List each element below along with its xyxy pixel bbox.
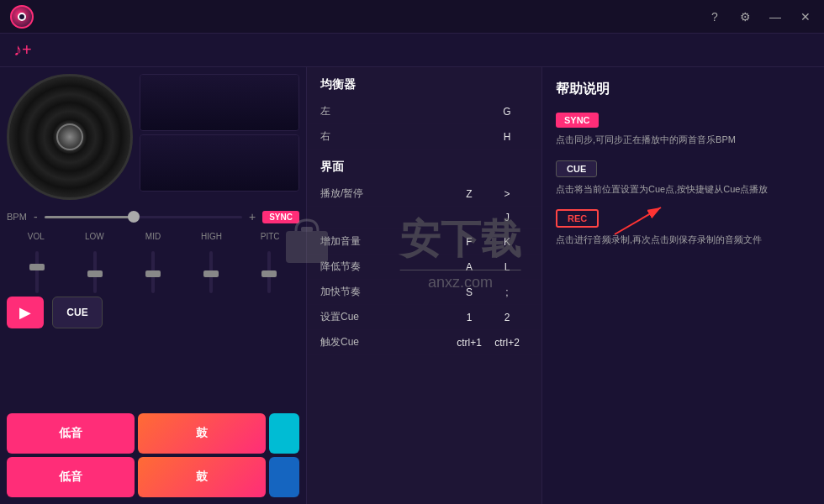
close-button[interactable]: ✕	[797, 8, 814, 25]
waveform-top	[140, 74, 299, 131]
title-bar-right: ? ⚙ — ✕	[706, 8, 814, 25]
vinyl-row	[7, 74, 299, 200]
bass-button-2[interactable]: 低音	[7, 457, 135, 497]
faders-row	[7, 243, 299, 293]
app-logo	[10, 5, 34, 29]
title-bar: ? ⚙ — ✕	[0, 0, 824, 34]
settings-button[interactable]: ⚙	[737, 8, 753, 25]
shortcut-key-slow-2: L	[486, 261, 528, 273]
shortcut-key-vol-1: F	[452, 236, 486, 248]
fader-thumb-pitc[interactable]	[261, 270, 277, 277]
cue-button[interactable]: CUE	[52, 297, 103, 328]
fader-thumb-high[interactable]	[203, 270, 219, 277]
fader-labels: VOL LOW MID HIGH PITC	[7, 230, 299, 243]
drum-button-2[interactable]: 鼓	[138, 457, 266, 497]
sync-badge[interactable]: SYNC	[262, 211, 299, 223]
fader-vol	[35, 251, 39, 293]
minimize-button[interactable]: —	[767, 8, 784, 25]
rec-help-badge[interactable]: REC	[556, 209, 599, 228]
shortcut-row-play: 播放/暂停 Z >	[307, 181, 541, 207]
shortcut-key-right-2: H	[486, 131, 528, 143]
shortcut-name-slow: 降低节奏	[320, 260, 452, 274]
waveform-area	[140, 74, 299, 200]
shortcut-row-setcue: 设置Cue 1 2	[307, 305, 541, 330]
shortcut-key-setcue-2: 2	[486, 312, 528, 323]
shortcut-key-play-1: Z	[452, 188, 486, 200]
shortcut-key-slow-1: A	[452, 261, 486, 273]
play-button[interactable]: ▶	[7, 297, 44, 328]
waveform-top-inner	[140, 75, 298, 130]
fader-label-vol: VOL	[19, 232, 53, 241]
shortcut-name-setcue: 设置Cue	[320, 310, 452, 324]
fader-pitc	[267, 251, 271, 293]
help-panel: 帮助说明 SYNC 点击同步,可同步正在播放中的两首音乐BPM CUE 点击将当…	[542, 67, 824, 504]
help-item-cue: CUE 点击将当前位置设置为Cue点,按快捷键从Cue点播放	[556, 160, 811, 197]
shortcut-row-right: 右 H	[307, 124, 541, 150]
sync-help-text: 点击同步,可同步正在播放中的两首音乐BPM	[556, 133, 811, 147]
shortcut-row-vol: 增加音量 F K	[307, 229, 541, 255]
blue-button-2[interactable]	[269, 457, 299, 497]
bass-button-1[interactable]: 低音	[7, 413, 135, 454]
blue-button-1[interactable]	[269, 413, 299, 454]
shortcut-key-fast-2: ;	[486, 286, 528, 298]
fader-label-mid: MID	[136, 232, 170, 241]
help-item-sync: SYNC 点击同步,可同步正在播放中的两首音乐BPM	[556, 112, 811, 147]
cue-help-text: 点击将当前位置设置为Cue点,按快捷键从Cue点播放	[556, 182, 811, 197]
shortcut-key-left-2: G	[486, 106, 528, 118]
bpm-label: BPM	[7, 212, 27, 222]
bpm-slider-track[interactable]	[45, 216, 242, 218]
fader-thumb-vol[interactable]	[29, 264, 45, 270]
help-item-rec: REC 点击进行音频录制,再次点击则保存录制的音频文件	[556, 209, 811, 247]
shortcut-row-left: 左 G	[307, 99, 541, 124]
bpm-plus-button[interactable]: +	[249, 210, 256, 223]
main-content: BPM - + SYNC VOL LOW MID HIGH PITC	[0, 67, 824, 504]
fader-high	[209, 251, 213, 293]
shortcut-row-trigcue: 触发Cue ctrl+1 ctrl+2	[307, 330, 541, 355]
bpm-row: BPM - + SYNC	[7, 207, 299, 227]
help-title: 帮助说明	[556, 81, 811, 98]
fader-low	[93, 251, 97, 293]
shortcut-row-j: J	[307, 207, 541, 229]
bpm-minus-button[interactable]: -	[34, 210, 38, 223]
dj-panel: BPM - + SYNC VOL LOW MID HIGH PITC	[0, 67, 307, 504]
shortcut-name-trigcue: 触发Cue	[320, 335, 452, 349]
fader-label-pitc: PITC	[253, 232, 287, 241]
shortcut-key-setcue-1: 1	[452, 312, 486, 323]
title-bar-left	[10, 5, 34, 29]
fader-thumb-low[interactable]	[87, 270, 103, 277]
shortcut-key-trigcue-1: ctrl+1	[452, 337, 486, 349]
cue-help-badge[interactable]: CUE	[556, 160, 597, 177]
bpm-slider-thumb[interactable]	[128, 211, 140, 223]
bottom-btns-row1: 低音 鼓	[7, 413, 299, 454]
shortcuts-panel: 均衡器 左 G 右 H 界面 播放/暂停 Z > J 增加音量 F K 降低	[307, 67, 542, 504]
waveform-bottom	[140, 134, 299, 192]
add-track-button[interactable]: ♪+	[13, 40, 32, 60]
svg-line-1	[615, 207, 661, 234]
shortcut-key-vol-2: K	[486, 236, 528, 248]
fader-thumb-mid[interactable]	[145, 270, 161, 277]
waveform-bottom-inner	[140, 135, 298, 191]
shortcut-row-fast: 加快节奏 S ;	[307, 280, 541, 305]
shortcut-row-slow: 降低节奏 A L	[307, 255, 541, 280]
shortcut-name-vol: 增加音量	[320, 234, 452, 249]
help-button[interactable]: ?	[706, 8, 723, 25]
shortcut-name-left: 左	[320, 104, 452, 118]
play-cue-row: ▶ CUE	[7, 293, 299, 332]
fader-label-high: HIGH	[195, 232, 229, 241]
shortcuts-title: 均衡器	[307, 74, 541, 99]
bottom-btns-row2: 低音 鼓	[7, 457, 299, 497]
shortcut-name-fast: 加快节奏	[320, 285, 452, 299]
sync-help-badge[interactable]: SYNC	[556, 113, 599, 128]
shortcuts-title-ui: 界面	[307, 150, 541, 181]
fader-mid	[151, 251, 155, 293]
shortcut-key-j-2: J	[486, 212, 528, 223]
drum-button-1[interactable]: 鼓	[138, 413, 266, 454]
sub-header: ♪+	[0, 34, 824, 67]
shortcut-name-right: 右	[320, 129, 452, 144]
shortcut-key-play-2: >	[486, 188, 528, 200]
shortcut-key-fast-1: S	[452, 286, 486, 298]
vinyl-center	[56, 123, 83, 150]
shortcut-key-trigcue-2: ctrl+2	[486, 337, 528, 349]
shortcut-name-play: 播放/暂停	[320, 186, 452, 201]
bpm-slider-fill	[45, 216, 134, 218]
